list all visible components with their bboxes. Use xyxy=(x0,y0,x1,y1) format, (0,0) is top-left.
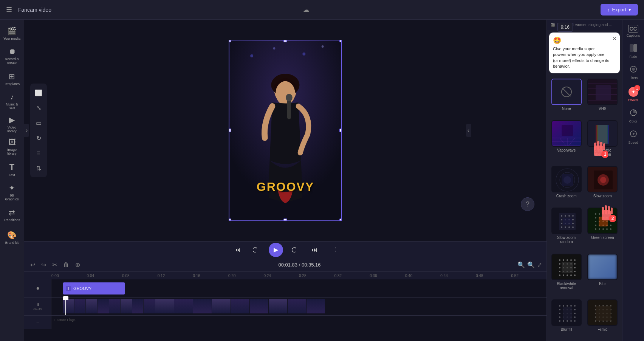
svg-rect-164 xyxy=(596,306,611,321)
handle-bottom-left[interactable] xyxy=(229,219,231,221)
sidebar-item-brand-kit[interactable]: 🎨 Brand kit xyxy=(2,227,23,248)
sidebar-item-music-sfx[interactable]: ♪ Music & SFX xyxy=(2,91,23,112)
effect-bw-removal[interactable]: Black/white removal xyxy=(550,254,583,296)
video-clip-extended[interactable] xyxy=(155,299,325,313)
effect-none[interactable]: None xyxy=(550,79,583,117)
svg-point-105 xyxy=(559,274,560,276)
text-clip[interactable]: T GROOVY xyxy=(63,282,125,294)
sidebar-item-text[interactable]: T Text xyxy=(2,159,23,180)
svg-point-63 xyxy=(595,217,596,219)
svg-point-87 xyxy=(567,259,568,261)
effect-filmic-label: Filmic xyxy=(598,327,607,332)
svg-point-127 xyxy=(559,316,560,318)
video-preview[interactable]: GROOVY xyxy=(229,40,342,221)
filters-icon xyxy=(630,65,637,75)
resize-tool-button[interactable]: ⤡ xyxy=(33,102,45,114)
handle-top-left[interactable] xyxy=(229,40,231,42)
svg-point-134 xyxy=(567,320,568,322)
sidebar-item-templates[interactable]: ⊞ Templates xyxy=(2,68,23,89)
rotate-tool-button[interactable]: ↻ xyxy=(33,132,45,144)
skip-back-button[interactable]: ⏮ xyxy=(231,243,244,256)
effect-blur-fill[interactable]: Blur fill xyxy=(550,299,583,338)
far-right-filters[interactable]: Filters xyxy=(624,63,642,82)
crop-tool-button[interactable]: ⬜ xyxy=(33,87,45,99)
svg-point-54 xyxy=(568,226,570,228)
playhead[interactable] xyxy=(65,298,66,315)
rewind-button[interactable] xyxy=(250,243,263,256)
handle-top-middle[interactable] xyxy=(283,40,287,42)
sidebar-item-graphics[interactable]: ✦ 98 Graphics xyxy=(2,181,23,203)
svg-point-100 xyxy=(559,271,560,272)
svg-rect-166 xyxy=(630,44,633,52)
sidebar-item-transitions[interactable]: ⇄ Transitions xyxy=(2,204,23,225)
svg-rect-15 xyxy=(596,85,611,100)
effect-crash-zoom[interactable]: Crash zoom xyxy=(550,166,583,205)
zoom-in-button[interactable]: 🔍 xyxy=(527,261,535,268)
far-right-captions[interactable]: CC Captions xyxy=(624,23,642,40)
timeline-ruler: 0:00 0:04 0:08 0:12 0:16 0:20 0:24 0:28 … xyxy=(24,272,546,279)
forward-button[interactable] xyxy=(289,243,302,256)
fullscreen-button[interactable]: ⛶ xyxy=(327,243,340,256)
cut-button[interactable]: ✂ xyxy=(51,260,59,270)
left-sidebar: 🎬 Your media ⏺ Record &create ⊞ Template… xyxy=(0,20,24,341)
effect-green-screen-label: Green screen xyxy=(591,236,614,240)
effect-vaporwave[interactable]: Vaporwave xyxy=(550,120,583,163)
redo-button[interactable]: ↪ xyxy=(40,260,48,270)
tooltip-close-button[interactable]: ✕ xyxy=(612,36,617,42)
media-icon: 🎬 xyxy=(7,26,17,36)
effect-blur[interactable]: Blur xyxy=(586,254,619,296)
effect-green-screen[interactable]: Green screen xyxy=(586,208,619,250)
video-info-icon: 🎬 xyxy=(551,23,555,27)
undo-button[interactable]: ↩ xyxy=(29,260,37,270)
svg-point-9 xyxy=(286,94,293,101)
far-right-effects[interactable]: ✦ 1 Effects xyxy=(624,84,642,104)
effect-slow-zoom-random[interactable]: Slow zoom random xyxy=(550,208,583,250)
effect-vhs[interactable]: VHS xyxy=(586,79,619,117)
handle-middle-right[interactable] xyxy=(339,129,342,132)
handle-top-right[interactable] xyxy=(339,40,342,42)
svg-point-37 xyxy=(600,177,606,183)
video-track-label: ⏸ en-US xyxy=(24,298,51,315)
effect-blur-thumb xyxy=(587,254,618,280)
delete-button[interactable]: 🗑 xyxy=(62,260,71,270)
skip-forward-button[interactable]: ⏭ xyxy=(308,243,321,256)
handle-bottom-right[interactable] xyxy=(339,219,342,221)
sidebar-item-your-media[interactable]: 🎬 Your media xyxy=(2,23,23,44)
image-library-icon: 🖼 xyxy=(8,138,16,147)
display-tool-button[interactable]: ▭ xyxy=(33,117,45,129)
menu-icon[interactable]: ☰ xyxy=(6,6,12,14)
timeline-tracks: ⏺ T GROOVY ⏸ en-US xyxy=(24,279,546,341)
align-tool-button[interactable]: ≡ xyxy=(33,147,45,159)
video-clip-main[interactable] xyxy=(63,299,155,313)
zoom-out-button[interactable]: 🔍 xyxy=(517,261,525,268)
right-expand-button[interactable]: ‹ xyxy=(466,124,471,137)
text-clip-label: GROOVY xyxy=(73,286,91,291)
left-expand-button[interactable]: › xyxy=(24,124,29,137)
far-right-color[interactable]: Color xyxy=(624,107,642,126)
help-button[interactable]: ? xyxy=(521,197,534,211)
effect-bw-removal-thumb xyxy=(551,254,582,280)
bw-removal-preview-svg xyxy=(552,254,582,280)
far-right-speed[interactable]: Speed xyxy=(624,128,642,147)
svg-point-55 xyxy=(572,226,574,228)
effect-chromatic-aberration[interactable]: Chromatic aberration xyxy=(586,120,619,163)
export-button[interactable]: ↑ Export ▾ xyxy=(601,4,638,16)
forward-icon xyxy=(292,246,299,253)
handle-middle-left[interactable] xyxy=(229,129,231,132)
timeline-toolbar: ↩ ↪ ✂ 🗑 ⊕ 00:01.83 / 00:35.16 🔍 🔍 ⤢ xyxy=(24,258,546,272)
handle-bottom-middle[interactable] xyxy=(283,219,287,221)
expand-timeline-button[interactable]: ⤢ xyxy=(537,261,542,268)
sidebar-item-record-create[interactable]: ⏺ Record &create xyxy=(2,45,23,67)
sidebar-item-image-library[interactable]: 🖼 Image library xyxy=(2,136,23,157)
play-button[interactable]: ▶ xyxy=(269,243,283,257)
effect-slow-zoom[interactable]: Slow zoom xyxy=(586,166,619,205)
effect-none-thumb xyxy=(551,79,582,105)
effect-filmic[interactable]: Filmic xyxy=(586,299,619,338)
flip-tool-button[interactable]: ⇅ xyxy=(33,162,45,174)
add-button[interactable]: ⊕ xyxy=(74,260,82,270)
effect-blur-label: Blur xyxy=(599,282,606,286)
video-library-icon: ▶ xyxy=(9,115,15,124)
sidebar-item-video-library[interactable]: ▶ Video library xyxy=(2,113,23,135)
svg-point-169 xyxy=(632,68,635,71)
far-right-fade[interactable]: Fade xyxy=(624,42,642,61)
